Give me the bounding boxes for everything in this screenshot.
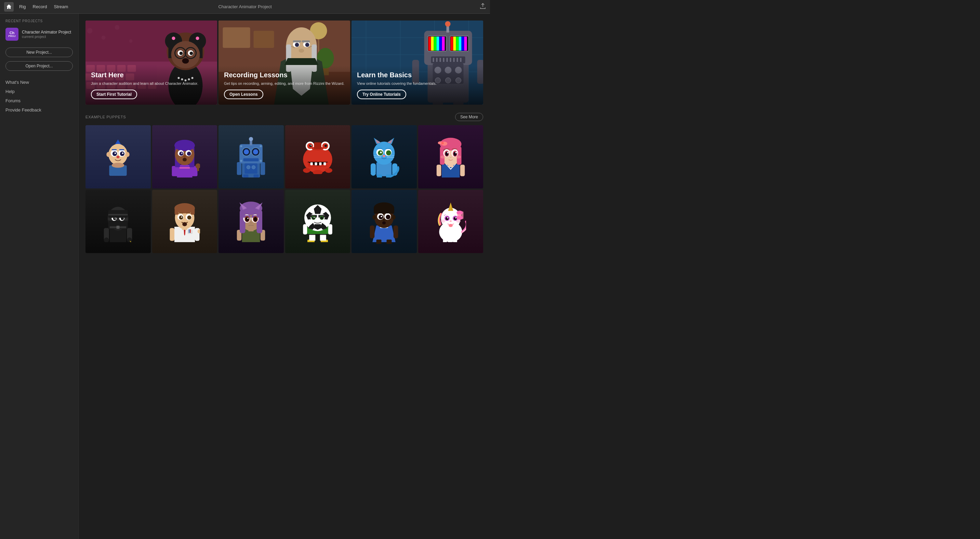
- svg-rect-216: [386, 175, 391, 178]
- hero-card-start-here[interactable]: Start Here Join a character audition and…: [86, 21, 217, 105]
- svg-point-367: [441, 219, 445, 223]
- svg-rect-272: [191, 208, 194, 215]
- svg-rect-47: [254, 31, 274, 48]
- svg-rect-331: [370, 226, 375, 238]
- puppet-card-3[interactable]: [218, 125, 284, 188]
- svg-point-235: [447, 152, 449, 154]
- puppet-card-2[interactable]: [152, 125, 218, 188]
- hero-card-recording[interactable]: Recording Lessons Get tips on recording,…: [218, 21, 350, 105]
- svg-point-196: [371, 170, 376, 175]
- svg-point-276: [187, 215, 191, 219]
- open-lessons-button[interactable]: Open Lessons: [224, 90, 263, 99]
- nav-record[interactable]: Record: [33, 3, 47, 11]
- puppet-card-5[interactable]: [352, 125, 417, 188]
- svg-point-142: [183, 155, 186, 157]
- puppets-section-title: EXAMPLE PUPPETS: [86, 115, 126, 119]
- project-info: Character Animator Project current proje…: [22, 30, 71, 39]
- start-first-tutorial-button[interactable]: Start First Tutorial: [91, 90, 137, 99]
- svg-point-181: [310, 145, 312, 146]
- svg-point-140: [187, 151, 191, 156]
- svg-rect-87: [451, 37, 453, 51]
- hero-card-1-title: Start Here: [91, 71, 212, 79]
- svg-rect-151: [261, 162, 265, 175]
- svg-point-345: [382, 221, 386, 224]
- puppet-card-7[interactable]: [86, 190, 151, 253]
- current-project-item[interactable]: Ch PROJ Character Animator Project curre…: [5, 28, 73, 41]
- svg-rect-191: [314, 142, 321, 149]
- svg-point-301: [254, 217, 258, 222]
- svg-rect-85: [439, 37, 442, 51]
- recent-projects-label: RECENT PROJECTS: [5, 19, 73, 23]
- svg-point-126: [107, 152, 111, 157]
- svg-point-228: [441, 142, 444, 144]
- hero-card-3-title: Learn the Basics: [357, 71, 478, 79]
- svg-point-370: [449, 224, 453, 227]
- svg-rect-279: [182, 227, 187, 230]
- export-icon[interactable]: [480, 3, 486, 11]
- sidebar-link-help[interactable]: Help: [5, 88, 73, 95]
- svg-point-165: [247, 165, 251, 169]
- puppet-card-9[interactable]: [218, 190, 284, 253]
- svg-point-59: [295, 43, 299, 47]
- svg-point-369: [450, 220, 452, 222]
- svg-rect-97: [443, 58, 444, 62]
- try-online-tutorials-button[interactable]: Try Online Tutorials: [357, 90, 406, 99]
- svg-point-20: [102, 36, 106, 40]
- svg-rect-159: [243, 158, 259, 161]
- svg-point-375: [458, 214, 461, 216]
- svg-rect-186: [323, 162, 326, 165]
- svg-rect-215: [377, 175, 382, 178]
- svg-rect-371: [448, 228, 454, 232]
- svg-rect-335: [374, 208, 378, 214]
- hero-card-2-content: Recording Lessons Get tips on recording,…: [218, 66, 350, 105]
- home-button[interactable]: [4, 2, 14, 12]
- svg-point-275: [179, 215, 183, 219]
- project-name: Character Animator Project: [22, 30, 71, 35]
- hero-card-1-content: Start Here Join a character audition and…: [86, 66, 217, 105]
- svg-rect-271: [175, 208, 178, 215]
- svg-rect-342: [378, 212, 383, 213]
- svg-point-139: [179, 151, 183, 156]
- svg-rect-220: [437, 164, 441, 176]
- see-more-button[interactable]: See More: [455, 113, 483, 121]
- svg-rect-101: [457, 58, 458, 62]
- svg-point-239: [441, 155, 445, 158]
- sidebar-link-whats-new[interactable]: What's New: [5, 79, 73, 86]
- puppet-card-6[interactable]: [418, 125, 484, 188]
- svg-point-60: [305, 43, 309, 47]
- svg-rect-49: [318, 39, 319, 53]
- hero-cards-section: Start Here Join a character audition and…: [86, 21, 483, 105]
- puppet-card-4[interactable]: [285, 125, 350, 188]
- svg-point-326: [312, 216, 315, 219]
- svg-point-42: [172, 37, 175, 40]
- puppet-card-10[interactable]: [285, 190, 350, 253]
- svg-rect-260: [116, 226, 120, 229]
- svg-point-125: [116, 156, 120, 158]
- svg-rect-282: [190, 229, 191, 233]
- svg-rect-241: [448, 164, 453, 167]
- svg-point-121: [115, 152, 116, 154]
- sidebar-link-provide-feedback[interactable]: Provide Feedback: [5, 107, 73, 113]
- svg-rect-89: [456, 37, 459, 51]
- nav-rig[interactable]: Rig: [19, 3, 26, 11]
- open-project-button[interactable]: Open Project...: [5, 61, 73, 71]
- puppet-card-12[interactable]: [418, 190, 484, 253]
- sidebar-links: What's New Help Forums Provide Feedback: [5, 79, 73, 113]
- sidebar-link-forums[interactable]: Forums: [5, 97, 73, 104]
- svg-point-136: [174, 140, 195, 151]
- puppet-card-1[interactable]: [86, 125, 151, 188]
- svg-rect-268: [199, 229, 200, 232]
- puppets-section-header: EXAMPLE PUPPETS See More: [86, 113, 483, 121]
- ch-project-icon: Ch PROJ: [5, 28, 19, 41]
- hero-card-2-title: Recording Lessons: [224, 71, 345, 79]
- svg-rect-90: [459, 37, 461, 51]
- svg-point-127: [126, 152, 130, 157]
- hero-card-learn[interactable]: Learn the Basics View online tutorials c…: [352, 21, 483, 105]
- puppet-card-8[interactable]: [152, 190, 218, 253]
- new-project-button[interactable]: New Project...: [5, 48, 73, 57]
- puppet-card-11[interactable]: [352, 190, 417, 253]
- svg-point-157: [244, 149, 249, 154]
- svg-point-158: [253, 149, 258, 154]
- nav-stream[interactable]: Stream: [54, 3, 68, 11]
- svg-rect-46: [223, 27, 250, 48]
